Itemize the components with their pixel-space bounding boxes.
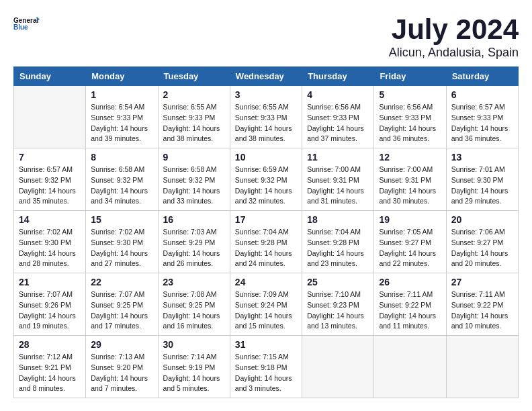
day-number: 30 xyxy=(163,339,225,350)
day-info: Sunrise: 7:02 AMSunset: 9:30 PMDaylight:… xyxy=(19,227,81,269)
calendar-week-row: 21Sunrise: 7:07 AMSunset: 9:26 PMDayligh… xyxy=(14,273,519,336)
calendar-cell: 29Sunrise: 7:13 AMSunset: 9:20 PMDayligh… xyxy=(86,336,158,398)
day-info: Sunrise: 7:11 AMSunset: 9:22 PMDaylight:… xyxy=(379,289,441,332)
calendar-week-row: 1Sunrise: 6:54 AMSunset: 9:33 PMDaylight… xyxy=(14,86,519,148)
day-number: 15 xyxy=(91,214,152,225)
day-info: Sunrise: 6:57 AMSunset: 9:32 PMDaylight:… xyxy=(19,165,81,207)
calendar-cell: 2Sunrise: 6:55 AMSunset: 9:33 PMDaylight… xyxy=(158,86,230,148)
day-number: 24 xyxy=(235,277,297,287)
day-info: Sunrise: 6:58 AMSunset: 9:32 PMDaylight:… xyxy=(91,165,152,207)
calendar-cell: 18Sunrise: 7:04 AMSunset: 9:28 PMDayligh… xyxy=(302,211,374,273)
day-info: Sunrise: 7:03 AMSunset: 9:29 PMDaylight:… xyxy=(163,227,225,269)
calendar-cell: 9Sunrise: 6:58 AMSunset: 9:32 PMDaylight… xyxy=(158,148,230,211)
weekday-header-cell: Thursday xyxy=(302,67,374,86)
svg-text:Blue: Blue xyxy=(13,24,28,31)
calendar-cell xyxy=(14,86,86,148)
day-number: 6 xyxy=(451,89,513,100)
calendar-body: 1Sunrise: 6:54 AMSunset: 9:33 PMDaylight… xyxy=(14,86,519,398)
day-number: 11 xyxy=(307,152,369,163)
weekday-header-cell: Sunday xyxy=(14,67,86,86)
day-info: Sunrise: 7:07 AMSunset: 9:26 PMDaylight:… xyxy=(19,289,81,332)
calendar-cell: 24Sunrise: 7:09 AMSunset: 9:24 PMDayligh… xyxy=(230,273,302,336)
calendar-cell: 28Sunrise: 7:12 AMSunset: 9:21 PMDayligh… xyxy=(14,336,86,398)
day-info: Sunrise: 7:08 AMSunset: 9:25 PMDaylight:… xyxy=(163,289,225,332)
calendar-cell: 13Sunrise: 7:01 AMSunset: 9:30 PMDayligh… xyxy=(446,148,518,211)
calendar-cell: 16Sunrise: 7:03 AMSunset: 9:29 PMDayligh… xyxy=(158,211,230,273)
calendar-cell: 14Sunrise: 7:02 AMSunset: 9:30 PMDayligh… xyxy=(14,211,86,273)
day-number: 9 xyxy=(163,152,225,163)
day-info: Sunrise: 7:13 AMSunset: 9:20 PMDaylight:… xyxy=(91,352,152,394)
day-number: 5 xyxy=(379,89,441,100)
day-info: Sunrise: 7:14 AMSunset: 9:19 PMDaylight:… xyxy=(163,352,225,394)
day-info: Sunrise: 6:55 AMSunset: 9:33 PMDaylight:… xyxy=(163,102,225,144)
calendar-cell xyxy=(446,336,518,398)
day-number: 18 xyxy=(307,214,369,225)
weekday-header-cell: Saturday xyxy=(446,67,518,86)
calendar-cell: 4Sunrise: 6:56 AMSunset: 9:33 PMDaylight… xyxy=(302,86,374,148)
day-info: Sunrise: 6:54 AMSunset: 9:33 PMDaylight:… xyxy=(91,102,152,144)
calendar-cell: 12Sunrise: 7:00 AMSunset: 9:31 PMDayligh… xyxy=(374,148,446,211)
day-info: Sunrise: 6:55 AMSunset: 9:33 PMDaylight:… xyxy=(235,102,297,144)
day-info: Sunrise: 7:09 AMSunset: 9:24 PMDaylight:… xyxy=(235,289,297,332)
calendar-week-row: 28Sunrise: 7:12 AMSunset: 9:21 PMDayligh… xyxy=(14,336,519,398)
weekday-header-cell: Monday xyxy=(86,67,158,86)
month-title: July 2024 xyxy=(389,13,519,46)
svg-text:General: General xyxy=(13,17,38,24)
weekday-header-cell: Friday xyxy=(374,67,446,86)
weekday-header-cell: Wednesday xyxy=(230,67,302,86)
day-info: Sunrise: 7:05 AMSunset: 9:27 PMDaylight:… xyxy=(379,227,441,269)
day-number: 8 xyxy=(91,152,152,163)
page-header: General Blue July 2024 Alicun, Andalusia… xyxy=(13,13,519,60)
day-info: Sunrise: 7:02 AMSunset: 9:30 PMDaylight:… xyxy=(91,227,152,269)
day-info: Sunrise: 6:57 AMSunset: 9:33 PMDaylight:… xyxy=(451,102,513,144)
calendar-cell: 21Sunrise: 7:07 AMSunset: 9:26 PMDayligh… xyxy=(14,273,86,336)
day-number: 22 xyxy=(91,277,152,287)
calendar-cell: 1Sunrise: 6:54 AMSunset: 9:33 PMDaylight… xyxy=(86,86,158,148)
day-info: Sunrise: 7:15 AMSunset: 9:18 PMDaylight:… xyxy=(235,352,297,394)
day-info: Sunrise: 7:07 AMSunset: 9:25 PMDaylight:… xyxy=(91,289,152,332)
day-number: 17 xyxy=(235,214,297,225)
calendar-cell xyxy=(302,336,374,398)
day-info: Sunrise: 6:58 AMSunset: 9:32 PMDaylight:… xyxy=(163,165,225,207)
day-number: 16 xyxy=(163,214,225,225)
calendar-cell: 26Sunrise: 7:11 AMSunset: 9:22 PMDayligh… xyxy=(374,273,446,336)
calendar-cell: 31Sunrise: 7:15 AMSunset: 9:18 PMDayligh… xyxy=(230,336,302,398)
calendar-cell: 3Sunrise: 6:55 AMSunset: 9:33 PMDaylight… xyxy=(230,86,302,148)
day-number: 28 xyxy=(19,339,81,350)
calendar-cell: 15Sunrise: 7:02 AMSunset: 9:30 PMDayligh… xyxy=(86,211,158,273)
calendar-cell: 10Sunrise: 6:59 AMSunset: 9:32 PMDayligh… xyxy=(230,148,302,211)
location-title: Alicun, Andalusia, Spain xyxy=(389,46,519,60)
day-info: Sunrise: 6:56 AMSunset: 9:33 PMDaylight:… xyxy=(379,102,441,144)
calendar-cell: 27Sunrise: 7:11 AMSunset: 9:22 PMDayligh… xyxy=(446,273,518,336)
weekday-header-row: SundayMondayTuesdayWednesdayThursdayFrid… xyxy=(14,67,519,86)
calendar-cell: 25Sunrise: 7:10 AMSunset: 9:23 PMDayligh… xyxy=(302,273,374,336)
day-number: 23 xyxy=(163,277,225,287)
calendar-cell: 5Sunrise: 6:56 AMSunset: 9:33 PMDaylight… xyxy=(374,86,446,148)
title-block: July 2024 Alicun, Andalusia, Spain xyxy=(389,13,519,60)
calendar-week-row: 7Sunrise: 6:57 AMSunset: 9:32 PMDaylight… xyxy=(14,148,519,211)
day-info: Sunrise: 6:59 AMSunset: 9:32 PMDaylight:… xyxy=(235,165,297,207)
day-info: Sunrise: 7:00 AMSunset: 9:31 PMDaylight:… xyxy=(307,165,369,207)
day-number: 25 xyxy=(307,277,369,287)
calendar-cell: 7Sunrise: 6:57 AMSunset: 9:32 PMDaylight… xyxy=(14,148,86,211)
day-number: 31 xyxy=(235,339,297,350)
day-number: 3 xyxy=(235,89,297,100)
day-info: Sunrise: 7:04 AMSunset: 9:28 PMDaylight:… xyxy=(235,227,297,269)
calendar-cell: 23Sunrise: 7:08 AMSunset: 9:25 PMDayligh… xyxy=(158,273,230,336)
calendar-cell: 30Sunrise: 7:14 AMSunset: 9:19 PMDayligh… xyxy=(158,336,230,398)
calendar-cell: 17Sunrise: 7:04 AMSunset: 9:28 PMDayligh… xyxy=(230,211,302,273)
day-number: 12 xyxy=(379,152,441,163)
day-number: 26 xyxy=(379,277,441,287)
calendar-cell: 20Sunrise: 7:06 AMSunset: 9:27 PMDayligh… xyxy=(446,211,518,273)
day-number: 29 xyxy=(91,339,152,350)
day-number: 21 xyxy=(19,277,81,287)
calendar-cell: 6Sunrise: 6:57 AMSunset: 9:33 PMDaylight… xyxy=(446,86,518,148)
day-info: Sunrise: 7:00 AMSunset: 9:31 PMDaylight:… xyxy=(379,165,441,207)
day-number: 19 xyxy=(379,214,441,225)
day-number: 20 xyxy=(451,214,513,225)
day-number: 27 xyxy=(451,277,513,287)
day-number: 2 xyxy=(163,89,225,100)
calendar-table: SundayMondayTuesdayWednesdayThursdayFrid… xyxy=(13,66,519,398)
day-number: 1 xyxy=(91,89,152,100)
calendar-cell: 11Sunrise: 7:00 AMSunset: 9:31 PMDayligh… xyxy=(302,148,374,211)
